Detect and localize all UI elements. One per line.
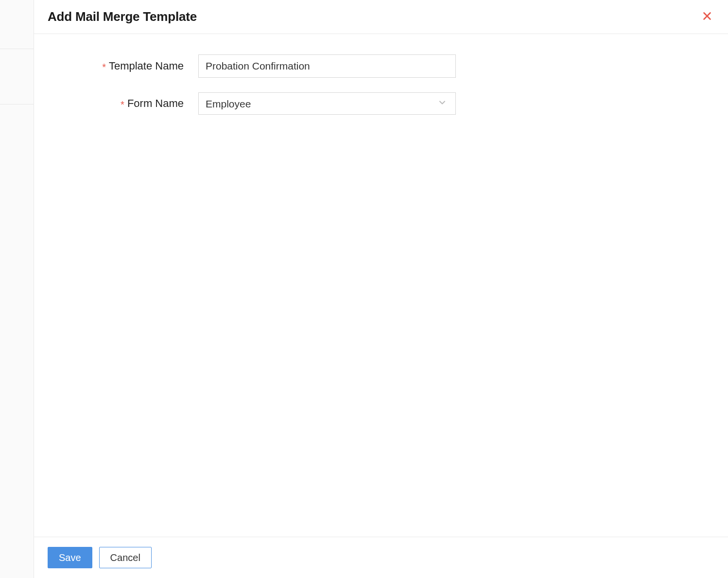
sidebar-strip (0, 0, 34, 578)
modal-footer: Save Cancel (34, 537, 728, 578)
close-button[interactable] (700, 9, 714, 25)
required-asterisk-icon: * (102, 62, 106, 72)
form-label-wrap: * Template Name (48, 60, 198, 72)
modal-header: Add Mail Merge Template (34, 0, 728, 34)
form-label-wrap: * Form Name (48, 97, 198, 110)
add-mail-merge-modal: Add Mail Merge Template * Template Name … (34, 0, 728, 578)
required-asterisk-icon: * (121, 100, 124, 109)
form-row-template-name: * Template Name (48, 54, 714, 78)
cancel-button[interactable]: Cancel (99, 547, 152, 568)
template-name-label: Template Name (109, 60, 184, 72)
template-name-input[interactable] (198, 54, 456, 78)
select-wrap: Employee (198, 92, 456, 115)
form-name-label: Form Name (127, 97, 184, 110)
form-name-select[interactable]: Employee (198, 92, 456, 115)
form-row-form-name: * Form Name Employee (48, 92, 714, 115)
close-icon (702, 11, 712, 23)
sidebar-divider (0, 49, 34, 49)
sidebar-divider (0, 104, 34, 105)
save-button[interactable]: Save (48, 547, 92, 568)
modal-title: Add Mail Merge Template (48, 9, 197, 24)
modal-body: * Template Name * Form Name Employee (34, 34, 728, 537)
